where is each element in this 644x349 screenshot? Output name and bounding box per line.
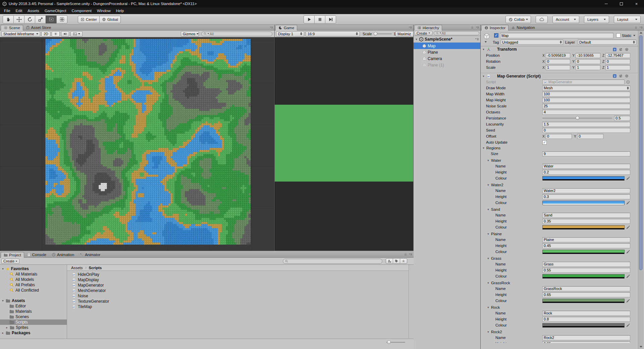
scene-lighting-toggle[interactable] [52, 31, 60, 37]
gear-icon[interactable] [625, 47, 629, 52]
noise-scale-field[interactable]: 25 [542, 104, 630, 109]
map-width-field[interactable]: 100 [542, 92, 630, 97]
colour-swatch[interactable] [542, 299, 625, 303]
pane-menu-icon[interactable] [408, 26, 412, 30]
project-search-input[interactable] [283, 259, 382, 264]
gameobject-cube-icon[interactable] [483, 32, 491, 40]
hierarchy-search-input[interactable]: All [434, 31, 479, 35]
file-texturegenerator[interactable]: c#TextureGenerator [67, 299, 409, 304]
scene-menu-icon[interactable] [475, 37, 479, 41]
tab-hierarchy[interactable]: Hierarchy [414, 25, 442, 31]
foldout-arrow-icon[interactable]: ▾ [1, 299, 4, 302]
game-scale-slider[interactable] [374, 34, 392, 34]
help-icon[interactable]: ? [612, 74, 617, 78]
game-viewport[interactable] [275, 37, 413, 251]
step-button[interactable] [325, 15, 336, 23]
region-foldout-sand[interactable]: ▾Sand [481, 207, 638, 212]
offset-x-field[interactable]: 0 [546, 134, 572, 139]
account-button[interactable]: Account [552, 16, 579, 23]
rotate-tool-button[interactable] [24, 15, 35, 23]
close-button[interactable]: × [629, 0, 644, 7]
region-foldout-rock[interactable]: ▾Rock [481, 305, 638, 310]
play-button[interactable] [304, 15, 315, 23]
pause-button[interactable] [314, 15, 325, 23]
breadcrumb-assets[interactable]: Assets [71, 266, 83, 270]
scale-tool-button[interactable] [35, 15, 46, 23]
lock-icon[interactable] [470, 26, 474, 30]
terrain-map-mesh[interactable] [45, 39, 251, 245]
thumbnail-size-slider[interactable] [386, 342, 405, 343]
file-mapgenerator[interactable]: c#MapGenerator [67, 283, 409, 288]
static-checkbox[interactable] [616, 33, 621, 38]
region-height-field[interactable]: 0.8 [542, 317, 630, 322]
tree-folder-scenes[interactable]: Scenes [0, 314, 67, 319]
tree-assets[interactable]: ▾Assets [0, 298, 67, 303]
scene-audio-toggle[interactable] [61, 31, 69, 37]
tag-dropdown[interactable]: Untagged [501, 40, 563, 45]
space-global-button[interactable]: Global [99, 16, 121, 23]
maximize-on-play-button[interactable]: Maximiz [395, 31, 413, 37]
transform-component-header[interactable]: ▾ Transform ? [481, 46, 638, 52]
aspect-dropdown[interactable]: 16:9 [306, 31, 360, 37]
cloud-button[interactable] [536, 16, 548, 23]
foldout-arrow-icon[interactable]: ▸ [1, 331, 4, 335]
eyedropper-icon[interactable] [626, 176, 630, 181]
presets-icon[interactable] [619, 47, 623, 52]
shading-mode-dropdown[interactable]: Shaded Wireframe [1, 31, 40, 37]
tree-folder-materials[interactable]: Materials [0, 309, 67, 314]
file-meshgenerator[interactable]: c#MeshGenerator [67, 288, 409, 293]
eyedropper-icon[interactable] [626, 201, 630, 205]
region-height-field[interactable]: 0.35 [542, 219, 630, 224]
layer-dropdown[interactable]: Default [578, 40, 636, 45]
hierarchy-create-button[interactable]: Create [415, 31, 432, 35]
search-by-label-button[interactable] [393, 258, 400, 264]
tree-all-models[interactable]: All Models [0, 277, 67, 282]
hierarchy-scene-header[interactable]: ▾ SampleScene* [414, 36, 480, 43]
scale-x-field[interactable]: 1 [546, 65, 570, 70]
lock-icon[interactable] [404, 252, 408, 256]
gear-icon[interactable] [625, 74, 629, 78]
help-icon[interactable]: ? [612, 47, 617, 52]
scrollbar-thumb[interactable] [639, 35, 643, 270]
scene-viewport[interactable] [0, 37, 274, 251]
eyedropper-icon[interactable] [626, 225, 630, 230]
region-height-field[interactable]: 0.95 [542, 341, 630, 343]
regions-foldout[interactable]: ▾Regions [481, 145, 638, 151]
hierarchy-item-plane[interactable]: Plane [414, 49, 480, 55]
size-field[interactable]: 9 [542, 151, 630, 156]
scale-z-field[interactable]: 1 [605, 65, 630, 70]
menu-help[interactable]: Help [113, 7, 127, 14]
pane-menu-icon[interactable] [475, 26, 479, 30]
region-foldout-rock2[interactable]: ▾Rock2 [481, 329, 638, 335]
rotation-x-field[interactable]: 0 [546, 59, 570, 64]
search-by-type-button[interactable] [386, 258, 393, 264]
foldout-arrow-icon[interactable]: ▾ [415, 38, 418, 41]
foldout-arrow-icon[interactable]: ▸ [5, 326, 8, 329]
file-tilemap[interactable]: c#TileMap [67, 304, 409, 309]
tree-all-conflicted[interactable]: All Conflicted [0, 288, 67, 293]
region-name-field[interactable]: Plaine [542, 237, 630, 242]
region-name-field[interactable]: Rock2 [542, 335, 630, 340]
region-name-field[interactable]: Water [542, 164, 630, 169]
scroll-up-icon[interactable] [640, 32, 642, 34]
region-foldout-grassrock[interactable]: ▾GrassRock [481, 280, 638, 286]
eyedropper-icon[interactable] [626, 323, 630, 328]
tab-animation[interactable]: Animation [49, 252, 77, 257]
tab-navigation[interactable]: Navigation [508, 25, 537, 30]
file-noise[interactable]: c#Noise [67, 293, 409, 299]
static-dropdown-caret[interactable] [633, 35, 635, 36]
map-height-field[interactable]: 100 [542, 98, 630, 103]
menu-window[interactable]: Window [94, 7, 113, 14]
tab-project[interactable]: Project [1, 252, 24, 258]
tree-favorites[interactable]: ▾★Favorites [0, 266, 67, 271]
project-scrollbar[interactable] [409, 265, 414, 339]
tree-all-prefabs[interactable]: All Prefabs [0, 282, 67, 288]
seed-field[interactable]: 0 [542, 128, 630, 133]
draw-mode-dropdown[interactable]: Mesh [542, 86, 630, 91]
tab-animator[interactable]: Animator [77, 252, 103, 257]
pane-menu-icon[interactable] [269, 26, 273, 30]
scroll-down-icon[interactable] [640, 346, 642, 348]
region-foldout-water[interactable]: ▾Water [481, 158, 638, 163]
tree-folder-scripts[interactable]: Scripts [0, 319, 67, 325]
rect-tool-button[interactable] [46, 15, 57, 23]
